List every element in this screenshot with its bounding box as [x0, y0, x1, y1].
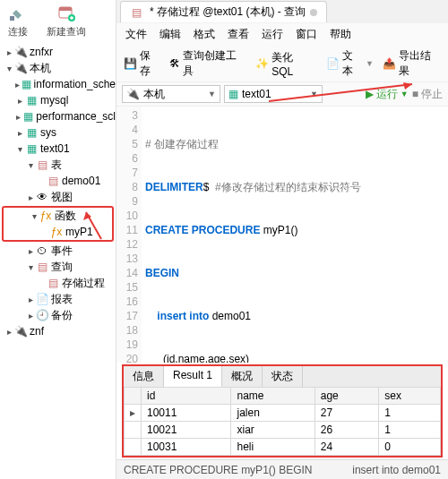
query-icon: ▤ — [36, 261, 48, 273]
editor-tab[interactable]: ▤ * 存储过程 @text01 (本机) - 查询 — [120, 1, 327, 22]
menu-run[interactable]: 运行 — [262, 27, 283, 42]
col-age[interactable]: age — [314, 388, 379, 405]
play-icon: ▶ — [366, 88, 374, 100]
function-icon: ƒx — [50, 226, 63, 238]
menu-view[interactable]: 查看 — [228, 27, 249, 42]
database-icon: ▦ — [23, 110, 33, 123]
table-icon: ▤ — [47, 175, 59, 187]
query-icon: ▤ — [130, 6, 142, 19]
tree-node-backup[interactable]: ▸🕘备份 — [0, 307, 116, 323]
svg-rect-0 — [10, 16, 14, 21]
query-builder-button[interactable]: 🛠查询创建工具 — [169, 48, 246, 79]
tree-node-functions[interactable]: ▾ƒx函数 — [4, 208, 112, 224]
tree-node-report[interactable]: ▸📄报表 — [0, 291, 116, 307]
result-tab-profile[interactable]: 概况 — [222, 366, 263, 387]
menu-window[interactable]: 窗口 — [296, 27, 317, 42]
table-row[interactable]: 10021xiar261 — [125, 422, 441, 439]
line-gutter: 34567891011121314151617181920 — [116, 107, 142, 363]
code-area[interactable]: # 创建存储过程 DELIMITER$ #修改存储过程的结束标识符号 CREAT… — [142, 107, 448, 363]
chevron-down-icon: ▼ — [401, 90, 409, 98]
view-icon: 👁 — [36, 191, 48, 203]
database-icon: ▦ — [228, 88, 238, 100]
server-icon: 🔌 — [14, 325, 27, 338]
builder-icon: 🛠 — [169, 57, 180, 70]
menu-format[interactable]: 格式 — [194, 27, 215, 42]
chevron-down-icon: ▼ — [310, 90, 318, 98]
status-right: insert into demo01 — [352, 464, 441, 476]
tree-node-events[interactable]: ▸⏲事件 — [0, 243, 116, 259]
stop-icon: ■ — [412, 88, 418, 100]
table-row[interactable]: ▸10011jalen271 — [125, 405, 441, 422]
tree-node-znfxr[interactable]: ▸🔌znfxr — [0, 44, 116, 60]
tab-title: * 存储过程 @text01 (本机) - 查询 — [150, 4, 306, 20]
wand-icon: ✨ — [255, 57, 269, 70]
new-query-button[interactable]: 新建查询 — [47, 4, 86, 38]
menubar: 文件 编辑 格式 查看 运行 窗口 帮助 — [116, 23, 448, 46]
connect-button[interactable]: 连接 — [7, 4, 29, 38]
col-name[interactable]: name — [231, 388, 314, 405]
result-tab-status[interactable]: 状态 — [263, 366, 303, 387]
tree-node-myp1[interactable]: ƒxmyP1 — [4, 224, 112, 240]
export-button[interactable]: 📤导出结果 — [383, 48, 441, 79]
tree-node-local[interactable]: ▾🔌本机 — [0, 60, 116, 76]
run-button[interactable]: ▶运行 ▼ — [366, 87, 409, 102]
tree-node-text01[interactable]: ▾▦text01 — [0, 141, 116, 157]
database-icon: ▦ — [22, 78, 31, 90]
server-icon: 🔌 — [14, 62, 27, 74]
database-combo[interactable]: ▦ text01 ▼ — [224, 85, 323, 103]
server-icon: 🔌 — [14, 46, 27, 58]
connection-combo[interactable]: 🔌 本机 ▼ — [122, 85, 220, 103]
tree-node-db[interactable]: ▸▦mysql — [0, 92, 116, 108]
beautify-button[interactable]: ✨美化 SQL — [255, 50, 316, 78]
backup-icon: 🕘 — [36, 309, 48, 321]
tree-node-demo01[interactable]: ▤demo01 — [0, 173, 116, 189]
tree-node-db[interactable]: ▸▦sys — [0, 124, 116, 141]
query-icon: ▤ — [47, 277, 59, 289]
report-icon: 📄 — [36, 293, 48, 305]
server-icon: 🔌 — [126, 88, 140, 100]
database-icon: ▦ — [25, 94, 38, 107]
tree-node-tables[interactable]: ▾▤表 — [0, 157, 116, 173]
event-icon: ⏲ — [36, 244, 48, 257]
database-icon: ▦ — [25, 142, 38, 155]
text-button[interactable]: 📄文本 ▼ — [326, 48, 374, 79]
connection-tree[interactable]: ▸🔌znfxr ▾🔌本机 ▸▦information_sche ▸▦mysql … — [0, 42, 116, 479]
menu-help[interactable]: 帮助 — [330, 27, 351, 42]
result-tab-info[interactable]: 信息 — [124, 366, 164, 387]
tree-node-db[interactable]: ▸▦information_sche — [0, 76, 116, 92]
tab-dirty-icon — [310, 9, 317, 16]
table-row[interactable]: 10031heli240 — [125, 439, 441, 456]
tree-node-znf[interactable]: ▸🔌znf — [0, 323, 116, 339]
export-icon: 📤 — [383, 57, 396, 70]
menu-edit[interactable]: 编辑 — [159, 27, 181, 42]
new-query-icon — [56, 4, 77, 23]
tree-node-db[interactable]: ▸▦performance_scl — [0, 108, 116, 124]
sql-editor[interactable]: 34567891011121314151617181920 # 创建存储过程 D… — [116, 107, 448, 363]
chevron-down-icon: ▼ — [366, 59, 374, 68]
table-group-icon: ▤ — [36, 158, 48, 171]
col-sex[interactable]: sex — [379, 388, 441, 405]
tree-node-views[interactable]: ▸👁视图 — [0, 189, 116, 205]
save-button[interactable]: 💾保存 — [124, 48, 160, 79]
tree-node-queries[interactable]: ▾▤查询 — [0, 259, 116, 275]
save-icon: 💾 — [124, 57, 137, 70]
chevron-down-icon: ▼ — [208, 90, 216, 98]
stop-button[interactable]: ■停止 — [412, 87, 443, 102]
result-tab-result1[interactable]: Result 1 — [164, 366, 222, 387]
function-icon: ƒx — [39, 210, 52, 222]
status-bar: CREATE PROCEDURE myP1() BEGIN insert int… — [116, 459, 448, 479]
text-icon: 📄 — [326, 57, 340, 70]
tree-node-storedproc[interactable]: ▤存储过程 — [0, 275, 116, 291]
status-left: CREATE PROCEDURE myP1() BEGIN — [124, 464, 312, 476]
results-panel: 信息 Result 1 概况 状态 id name age sex ▸10011… — [122, 364, 443, 458]
plug-icon — [7, 4, 29, 23]
result-grid[interactable]: id name age sex ▸10011jalen271 10021xiar… — [124, 387, 441, 456]
editor-tabbar: ▤ * 存储过程 @text01 (本机) - 查询 — [116, 0, 448, 23]
menu-file[interactable]: 文件 — [125, 27, 147, 42]
database-icon: ▦ — [25, 126, 38, 139]
col-id[interactable]: id — [142, 388, 231, 405]
svg-rect-2 — [59, 7, 72, 11]
